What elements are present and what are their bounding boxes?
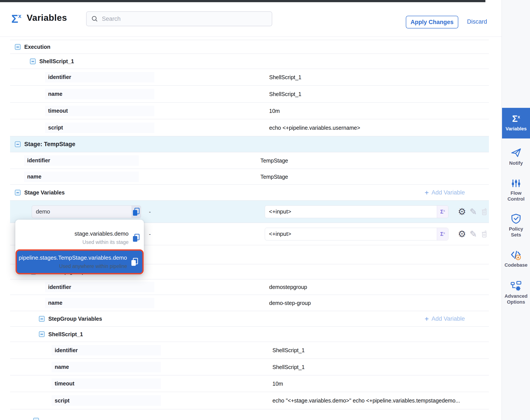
- paper-plane-icon: [502, 147, 530, 158]
- runtime-input-toggle[interactable]: Σx: [437, 228, 448, 240]
- field-label: name: [55, 364, 69, 370]
- sidebar-item-policy-sets[interactable]: PolicySets: [502, 213, 530, 238]
- variable-value-text[interactable]: <+input>: [265, 228, 437, 240]
- field-row: identifier demostepgroup: [10, 279, 489, 295]
- field-value: 10m: [269, 108, 280, 114]
- variable-edit-icon[interactable]: ✎: [470, 229, 477, 239]
- copy-icon[interactable]: [132, 258, 138, 266]
- right-sidebar: Σx Variables Notify FlowControl PolicySe…: [501, 0, 530, 420]
- field-value: ShellScript_1: [272, 347, 305, 354]
- copy-icon[interactable]: [133, 234, 139, 242]
- tree-label: Stage Variables: [24, 189, 65, 196]
- sidebar-item-variables[interactable]: Σx Variables: [502, 108, 530, 138]
- expression-scope: Used within its stage: [74, 239, 129, 245]
- copy-icon: [133, 208, 139, 216]
- field-label: name: [48, 300, 62, 306]
- shield-check-icon: [502, 213, 530, 224]
- discard-button[interactable]: Discard: [467, 18, 487, 25]
- variable-value-input[interactable]: <+input> Σx: [265, 205, 448, 218]
- field-value: ShellScript_1: [269, 91, 301, 97]
- window-top-strip: [0, 0, 486, 2]
- tree-row-execution: Execution: [10, 40, 489, 54]
- field-value: echo "<+stage.variables.demo>" echo <+pi…: [272, 397, 460, 404]
- field-label: identifier: [27, 157, 50, 164]
- field-label: timeout: [48, 108, 68, 114]
- field-value: demostepgroup: [269, 284, 307, 290]
- field-value: 10m: [272, 380, 283, 387]
- sigma-x-icon: Σx: [502, 114, 530, 124]
- variable-delete-icon[interactable]: [481, 207, 488, 216]
- expression-scope: Used anywhere within pipeline: [19, 263, 127, 269]
- field-row: name TempStage: [10, 169, 489, 185]
- field-value: TempStage: [260, 157, 288, 164]
- field-row: name ShellScript_1: [10, 86, 489, 103]
- collapse-icon[interactable]: [15, 190, 21, 195]
- field-row: name demo-step-group: [10, 295, 489, 311]
- field-label: identifier: [48, 284, 71, 290]
- field-label: identifier: [55, 347, 78, 354]
- header: Σx Variables Apply Changes Discard: [0, 2, 501, 37]
- apply-changes-button[interactable]: Apply Changes: [406, 16, 458, 29]
- variable-name-value[interactable]: demo: [32, 205, 132, 218]
- search-box[interactable]: [86, 11, 272, 26]
- tree-label: Execution: [24, 44, 50, 50]
- variable-settings-icon[interactable]: ⚙: [458, 229, 466, 239]
- tree-row-stepgroup-variables: StepGroup Variables +Add Variable: [10, 311, 489, 327]
- add-variable-button[interactable]: +Add Variable: [425, 315, 465, 322]
- field-value: demo-step-group: [269, 300, 311, 306]
- collapse-icon[interactable]: [15, 141, 21, 147]
- field-row: timeout 10m: [10, 375, 489, 392]
- sidebar-item-flow-control[interactable]: FlowControl: [502, 178, 530, 202]
- variable-settings-icon[interactable]: ⚙: [458, 207, 466, 216]
- tree-label: ShellScript_1: [39, 58, 74, 64]
- field-label: script: [55, 397, 70, 404]
- field-label: name: [27, 173, 41, 180]
- tree-label: StepGroup Variables: [48, 316, 102, 322]
- expression-path: stage.variables.demo: [74, 230, 129, 237]
- field-value: echo <+pipeline.variables.username>: [269, 124, 360, 131]
- variable-value-text[interactable]: <+input>: [265, 206, 437, 218]
- sidebar-item-advanced-options[interactable]: AdvancedOptions: [502, 280, 530, 305]
- field-label: identifier: [48, 74, 71, 80]
- tree-row-shellscript1: ShellScript_1: [10, 54, 489, 69]
- partial-row: [10, 409, 489, 415]
- tree-row-stage: Stage: TempStage: [10, 136, 489, 152]
- collapse-icon[interactable]: [15, 44, 21, 50]
- field-label: timeout: [55, 380, 74, 387]
- field-row: script echo <+pipeline.variables.usernam…: [10, 119, 489, 136]
- field-value: ShellScript_1: [269, 74, 301, 80]
- variable-dash: -: [149, 231, 151, 237]
- sidebar-item-codebase[interactable]: Codebase: [502, 249, 530, 268]
- variable-edit-icon[interactable]: ✎: [470, 207, 477, 217]
- collapse-icon[interactable]: [30, 59, 36, 64]
- field-value: ShellScript_1: [272, 364, 305, 370]
- collapse-icon[interactable]: [33, 418, 39, 420]
- add-variable-button[interactable]: +Add Variable: [425, 189, 465, 196]
- search-input[interactable]: [102, 15, 267, 22]
- expression-path: pipeline.stages.TempStage.variables.demo: [19, 255, 127, 261]
- sidebar-item-notify[interactable]: Notify: [502, 147, 530, 166]
- variable-name-input[interactable]: demo: [32, 205, 141, 218]
- plus-icon: +: [425, 189, 429, 196]
- tree-row-sg-shellscript: ShellScript_1: [10, 327, 489, 342]
- expression-popover: stage.variables.demo Used within its sta…: [15, 220, 144, 274]
- plus-icon: +: [425, 315, 429, 322]
- tree-label: Stage: TempStage: [24, 141, 75, 148]
- variable-dash: -: [149, 208, 151, 215]
- field-label: name: [48, 91, 62, 97]
- runtime-input-toggle[interactable]: Σx: [437, 206, 448, 218]
- variable-value-input[interactable]: <+input> Σx: [265, 228, 448, 240]
- field-row: name ShellScript_1: [10, 359, 489, 375]
- sliders-icon: [502, 178, 530, 188]
- search-icon: [91, 15, 98, 23]
- field-row: identifier ShellScript_1: [10, 342, 489, 359]
- expression-option-stage[interactable]: stage.variables.demo Used within its sta…: [15, 226, 144, 250]
- field-row: identifier TempStage: [10, 152, 489, 169]
- collapse-icon[interactable]: [39, 331, 44, 337]
- collapse-icon[interactable]: [39, 316, 44, 322]
- copy-button[interactable]: [132, 205, 141, 218]
- variable-delete-icon[interactable]: [481, 230, 488, 239]
- tree-row-stage-variables: Stage Variables +Add Variable: [10, 185, 489, 201]
- expression-option-pipeline-selected[interactable]: pipeline.stages.TempStage.variables.demo…: [17, 251, 142, 273]
- field-row: identifier ShellScript_1: [10, 69, 489, 86]
